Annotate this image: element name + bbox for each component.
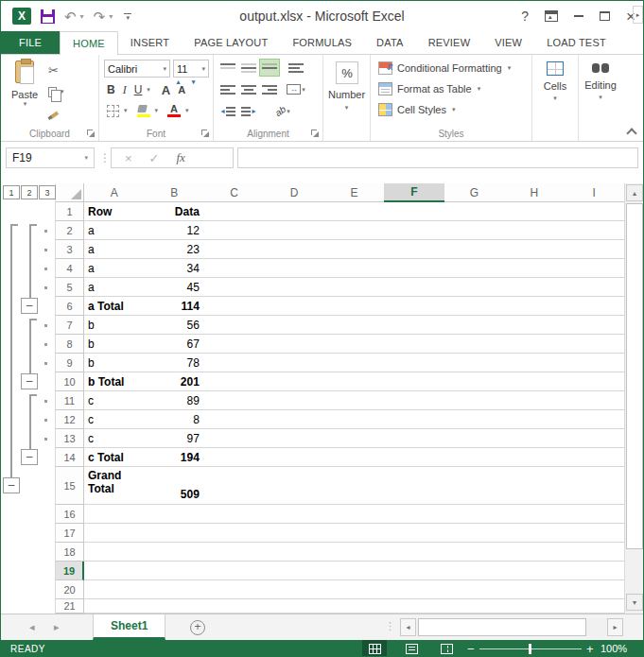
- cell-H5[interactable]: [504, 278, 565, 297]
- cell-C18[interactable]: [204, 543, 265, 562]
- page-break-view-button[interactable]: [434, 640, 459, 657]
- cell-D17[interactable]: [264, 524, 324, 543]
- cell-D12[interactable]: [264, 410, 324, 429]
- cell-I4[interactable]: [565, 259, 625, 278]
- collapse-group-button-row6[interactable]: –: [21, 298, 38, 314]
- cell-G21[interactable]: [444, 599, 505, 614]
- collapse-group-button-row10[interactable]: –: [21, 373, 38, 389]
- scroll-right-icon[interactable]: ▸: [607, 618, 623, 636]
- cell-D18[interactable]: [264, 543, 324, 562]
- cell-D6[interactable]: [264, 297, 324, 316]
- cell-G15[interactable]: [444, 467, 505, 505]
- cell-A18[interactable]: [84, 543, 145, 562]
- cell-G1[interactable]: [444, 202, 505, 221]
- cell-A17[interactable]: [84, 524, 145, 543]
- cell-F8[interactable]: [384, 335, 444, 354]
- cell-C2[interactable]: [204, 221, 265, 240]
- cell-E14[interactable]: [324, 448, 385, 467]
- cell-C14[interactable]: [204, 448, 265, 467]
- cell-G18[interactable]: [444, 543, 505, 562]
- cell-I11[interactable]: [565, 391, 625, 410]
- zoom-out-icon[interactable]: −: [467, 642, 475, 656]
- cells-button[interactable]: Cells ▾: [532, 61, 578, 102]
- row-header-1[interactable]: 1: [56, 202, 84, 221]
- cell-H3[interactable]: [504, 240, 565, 259]
- bottom-align-button[interactable]: [259, 59, 280, 77]
- prev-sheet-icon[interactable]: ◂: [29, 621, 35, 633]
- column-header-E[interactable]: E: [324, 183, 385, 202]
- cell-I7[interactable]: [565, 316, 625, 335]
- cell-I3[interactable]: [565, 240, 625, 259]
- orientation-button[interactable]: ab▾: [272, 102, 293, 120]
- cell-I1[interactable]: [565, 202, 625, 221]
- cell-G3[interactable]: [444, 240, 505, 259]
- cell-C7[interactable]: [204, 316, 265, 335]
- redo-icon[interactable]: ↷: [94, 9, 106, 24]
- vertical-scrollbar[interactable]: ▴ ▾: [624, 183, 643, 614]
- excel-app-icon[interactable]: X: [12, 8, 31, 25]
- cell-D9[interactable]: [264, 354, 324, 372]
- cell-H18[interactable]: [504, 543, 565, 562]
- row-header-5[interactable]: 5: [56, 278, 84, 297]
- cell-C16[interactable]: [204, 505, 265, 524]
- cell-F7[interactable]: [384, 316, 444, 335]
- cell-H2[interactable]: [504, 221, 565, 240]
- zoom-slider[interactable]: [479, 648, 582, 649]
- cell-F14[interactable]: [384, 448, 444, 467]
- cell-C6[interactable]: [204, 297, 265, 316]
- cell-C21[interactable]: [204, 599, 265, 614]
- next-sheet-icon[interactable]: ▸: [54, 621, 60, 633]
- cell-B7[interactable]: 56: [144, 316, 204, 335]
- cell-I5[interactable]: [565, 278, 625, 297]
- row-header-17[interactable]: 17: [56, 524, 84, 543]
- align-left-button[interactable]: [218, 80, 238, 98]
- cell-H14[interactable]: [504, 448, 565, 467]
- column-header-B[interactable]: B: [144, 183, 204, 202]
- conditional-formatting-button[interactable]: Conditional Formatting▾: [378, 60, 511, 77]
- cell-F6[interactable]: [384, 297, 444, 316]
- undo-dropdown-icon[interactable]: ▾: [80, 12, 84, 21]
- cell-A21[interactable]: [84, 599, 145, 614]
- row-header-7[interactable]: 7: [56, 316, 84, 335]
- cell-F10[interactable]: [384, 372, 444, 391]
- cell-A9[interactable]: b: [84, 354, 145, 372]
- cell-B14[interactable]: 194: [144, 448, 204, 467]
- fill-color-dropdown-icon[interactable]: ▾: [155, 107, 159, 114]
- cell-E18[interactable]: [324, 543, 385, 562]
- clipboard-dialog-launcher-icon[interactable]: [86, 129, 96, 138]
- underline-dropdown-icon[interactable]: ▾: [147, 86, 150, 94]
- cell-E10[interactable]: [324, 372, 385, 391]
- cell-C3[interactable]: [204, 240, 265, 259]
- cell-E21[interactable]: [324, 599, 385, 614]
- align-right-button[interactable]: [259, 80, 280, 98]
- cell-F9[interactable]: [384, 354, 444, 372]
- cell-C4[interactable]: [204, 259, 265, 278]
- cell-D15[interactable]: [264, 467, 324, 505]
- cell-B5[interactable]: 45: [144, 278, 204, 297]
- cell-A5[interactable]: a: [84, 278, 145, 297]
- font-dialog-launcher-icon[interactable]: [200, 129, 210, 138]
- tab-scroll-splitter[interactable]: ⋮: [385, 620, 395, 632]
- row-header-15[interactable]: 15: [56, 467, 84, 505]
- cell-B17[interactable]: [144, 524, 204, 543]
- cell-I15[interactable]: [565, 467, 625, 505]
- cell-B8[interactable]: 67: [144, 335, 204, 354]
- cell-D7[interactable]: [264, 316, 324, 335]
- cell-G11[interactable]: [444, 391, 505, 410]
- vertical-scroll-thumb[interactable]: [626, 203, 643, 549]
- cell-F13[interactable]: [384, 429, 444, 448]
- wrap-text-button[interactable]: [286, 59, 306, 77]
- increase-font-size-button[interactable]: A▴: [158, 81, 174, 98]
- cell-B10[interactable]: 201: [144, 372, 204, 391]
- formula-input[interactable]: [237, 147, 638, 168]
- cell-A10[interactable]: b Total: [84, 372, 145, 391]
- select-all-corner[interactable]: [56, 183, 84, 202]
- cell-G19[interactable]: [444, 562, 505, 580]
- cell-A1[interactable]: Row: [84, 202, 145, 221]
- new-sheet-icon[interactable]: +: [190, 620, 205, 635]
- format-as-table-button[interactable]: Format as Table▾: [378, 80, 480, 97]
- cell-B16[interactable]: [144, 505, 204, 524]
- cell-C19[interactable]: [204, 562, 265, 580]
- tab-overflow-icon[interactable]: ▸: [633, 6, 643, 24]
- cell-G9[interactable]: [444, 354, 505, 372]
